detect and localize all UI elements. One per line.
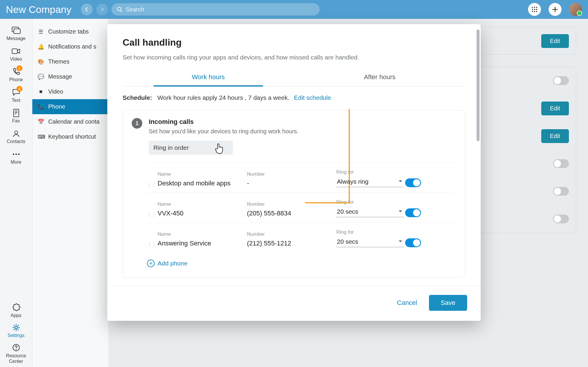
save-button[interactable]: Save: [429, 295, 467, 311]
modal-subtitle: Set how incoming calls ring your apps an…: [123, 54, 465, 61]
search-field[interactable]: [111, 3, 320, 16]
col-ringfor: Ring for: [336, 229, 404, 235]
svg-point-3: [534, 7, 535, 8]
rail-label: Settings: [8, 333, 25, 338]
rail-phone[interactable]: Phone 1: [0, 65, 32, 85]
col-ringfor: Ring for: [336, 199, 404, 205]
svg-point-4: [536, 7, 537, 8]
toggle-off[interactable]: [553, 187, 569, 196]
device-name: VVX-450: [158, 210, 246, 217]
contacts-icon: [12, 129, 20, 138]
svg-point-10: [536, 11, 537, 12]
avatar[interactable]: [569, 3, 582, 16]
svg-rect-12: [14, 29, 20, 34]
ring-for-select[interactable]: 20 secs: [336, 238, 404, 247]
col-name: Name: [158, 171, 246, 177]
dialpad-button[interactable]: [528, 3, 541, 16]
col-name: Name: [158, 231, 246, 237]
puzzle-icon: [12, 303, 20, 312]
col-ringfor: Ring for: [336, 169, 404, 175]
sidebar-message[interactable]: 💬Message: [32, 69, 108, 84]
device-number: -: [247, 180, 335, 187]
device-row: ⋮⋮ NameAnswering Service Number(212) 555…: [147, 222, 453, 253]
toggle-off[interactable]: [553, 215, 569, 223]
rail-message[interactable]: Message: [0, 24, 32, 44]
cancel-button[interactable]: Cancel: [393, 295, 421, 311]
phone-icon: 📞: [38, 104, 44, 110]
svg-point-19: [13, 154, 14, 155]
search-input[interactable]: [126, 6, 314, 13]
device-toggle[interactable]: [405, 238, 421, 247]
svg-point-20: [15, 154, 17, 155]
phone-badge: 1: [16, 65, 22, 71]
svg-point-2: [532, 7, 533, 8]
sidebar-item-label: Message: [48, 73, 72, 80]
device-toggle[interactable]: [405, 178, 421, 187]
drag-handle[interactable]: ⋮⋮: [147, 237, 156, 247]
sidebar-keyboard[interactable]: ⌨Keyboard shortcut: [32, 129, 108, 144]
rail-video[interactable]: Video: [0, 45, 32, 65]
new-action-button[interactable]: [549, 3, 562, 16]
drag-handle[interactable]: ⋮⋮: [147, 177, 156, 187]
rail-settings[interactable]: Settings: [0, 321, 32, 341]
rail-apps[interactable]: Apps: [0, 301, 32, 321]
toggle-off[interactable]: [553, 159, 569, 168]
calendar-icon: 📅: [38, 119, 44, 125]
cursor-icon: [214, 142, 224, 154]
sidebar-phone[interactable]: 📞Phone: [32, 99, 108, 114]
nav-rail: Message Video Phone 1 Text 4 Fax Contact…: [0, 19, 32, 367]
rail-text[interactable]: Text 4: [0, 86, 32, 106]
sidebar-notifications[interactable]: 🔔Notifications and s: [32, 39, 108, 54]
add-phone-label: Add phone: [158, 260, 188, 267]
nav-forward-button[interactable]: [96, 4, 108, 15]
gear-icon: [12, 323, 20, 332]
rail-resource[interactable]: Resource Center: [0, 341, 32, 367]
sidebar-calendar[interactable]: 📅Calendar and conta: [32, 114, 108, 129]
schedule-text: Work hour rules apply 24 hours , 7 days …: [157, 94, 289, 101]
modal-scrollbar[interactable]: [477, 29, 480, 141]
sidebar-item-label: Phone: [48, 103, 65, 110]
toggle-off[interactable]: [553, 76, 569, 85]
chat-icon: 💬: [38, 74, 44, 80]
modal-title: Call handling: [123, 37, 465, 48]
svg-point-5: [532, 9, 533, 10]
ring-for-select[interactable]: Always ring: [336, 177, 404, 187]
edit-button[interactable]: Edit: [541, 34, 569, 48]
tab-work-hours[interactable]: Work hours: [123, 69, 294, 86]
call-handling-modal: Call handling Set how incoming calls rin…: [107, 24, 481, 321]
sidebar-themes[interactable]: 🎨Themes: [32, 54, 108, 69]
rail-contacts[interactable]: Contacts: [0, 127, 32, 147]
ring-for-select[interactable]: 20 secs: [336, 207, 404, 217]
device-name: Desktop and mobile apps: [158, 180, 246, 187]
rail-label: Video: [10, 57, 22, 62]
nav-back-button[interactable]: [81, 4, 93, 15]
svg-point-24: [16, 349, 16, 350]
svg-point-18: [15, 131, 18, 134]
add-phone-button[interactable]: + Add phone: [147, 260, 453, 267]
ring-mode-select[interactable]: Ring in order: [149, 141, 233, 155]
edit-button[interactable]: Edit: [541, 102, 569, 115]
tab-after-hours[interactable]: After hours: [294, 69, 465, 86]
svg-point-8: [532, 11, 533, 12]
rail-label: Apps: [11, 313, 21, 318]
rail-label: Resource Center: [0, 353, 32, 364]
app-title: New Company: [6, 4, 71, 15]
device-number: (205) 555-8834: [247, 210, 335, 217]
svg-point-9: [534, 11, 535, 12]
incoming-calls-card: 1 Incoming calls Set how you'd like your…: [123, 110, 465, 278]
svg-line-1: [121, 10, 122, 12]
rail-fax[interactable]: Fax: [0, 107, 32, 127]
edit-schedule-link[interactable]: Edit schedule: [294, 94, 331, 101]
drag-handle[interactable]: ⋮⋮: [147, 207, 156, 217]
device-toggle[interactable]: [405, 208, 421, 217]
search-icon: [117, 6, 123, 12]
sidebar-video[interactable]: ■Video: [32, 84, 108, 99]
edit-button[interactable]: Edit: [541, 129, 569, 143]
sidebar-customize-tabs[interactable]: ☰Customize tabs: [32, 24, 108, 39]
rail-label: Message: [6, 36, 26, 41]
device-number: (212) 555-1212: [247, 240, 335, 247]
rail-label: Text: [12, 98, 20, 103]
bell-icon: 🔔: [38, 44, 44, 50]
rail-more[interactable]: More: [0, 148, 32, 168]
more-icon: [12, 153, 20, 156]
